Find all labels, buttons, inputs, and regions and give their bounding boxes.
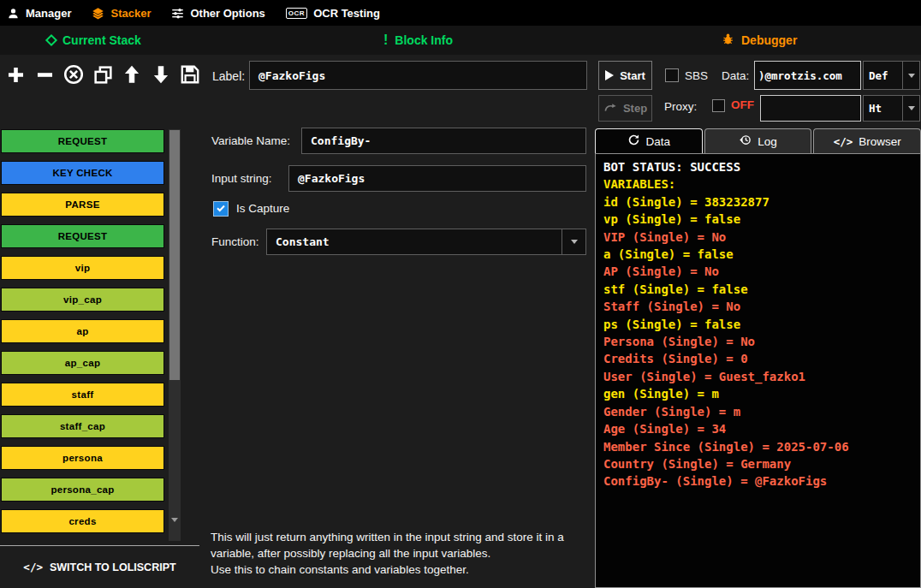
wordlist-type-value: Def xyxy=(864,62,902,89)
debugger-output-line: id (Single) = 383232877 xyxy=(603,193,912,211)
menubar-item-stacker[interactable]: Stacker xyxy=(92,7,151,20)
section-header-row: Current Stack ! Block Info Debugger xyxy=(0,26,921,55)
menubar-item-label: OCR Testing xyxy=(313,7,380,20)
data-caption: Data: xyxy=(722,69,749,82)
proxy-checkbox[interactable] xyxy=(712,99,725,112)
stack-block[interactable]: vip xyxy=(1,256,164,280)
check-icon xyxy=(216,201,226,217)
debugger-output-line: Country (Single) = Germany xyxy=(603,455,912,472)
save-config-button[interactable] xyxy=(177,59,203,90)
stack-block[interactable]: creds xyxy=(1,509,164,533)
debugger-output-line: AP (Single) = No xyxy=(603,263,912,280)
block-description: This will just return anything written i… xyxy=(211,529,597,578)
stack-toolbar xyxy=(3,59,203,90)
description-line: This will just return anything written i… xyxy=(211,529,597,561)
play-icon xyxy=(605,70,614,80)
info-icon: ! xyxy=(383,33,388,48)
code-icon: </> xyxy=(23,561,43,573)
move-down-button[interactable] xyxy=(148,59,174,90)
menubar-item-label: Other Options xyxy=(190,7,264,20)
function-dropdown[interactable]: Constant xyxy=(266,229,586,255)
sbs-checkbox[interactable] xyxy=(665,68,679,82)
app-window: Manager Stacker Other Options OCR OCR Te… xyxy=(0,0,921,588)
proxy-type-dropdown[interactable]: Ht xyxy=(863,95,920,122)
add-block-button[interactable] xyxy=(3,59,28,90)
label-input[interactable]: @FazkoFigs xyxy=(249,61,587,90)
stack-block[interactable]: persona xyxy=(1,446,164,470)
debugger-output-line: a (Single) = false xyxy=(603,246,912,263)
debugger-output: BOT STATUS: SUCCESSVARIABLES:id (Single)… xyxy=(595,153,921,588)
person-icon xyxy=(7,7,20,20)
wordlist-type-dropdown[interactable]: Def xyxy=(863,61,920,90)
menubar-item-manager[interactable]: Manager xyxy=(7,7,71,20)
remove-block-button[interactable] xyxy=(32,59,57,90)
clone-block-button[interactable] xyxy=(90,59,116,90)
tab-label: Log xyxy=(758,135,777,148)
menubar-item-other-options[interactable]: Other Options xyxy=(171,7,264,20)
bug-icon xyxy=(722,33,734,48)
step-button-label: Step xyxy=(623,102,647,115)
debugger-output-line: ConfigBy- (Single) = @FazkoFigs xyxy=(603,472,912,490)
current-stack-title: Current Stack xyxy=(62,33,141,47)
function-value: Constant xyxy=(267,229,562,254)
stack-block[interactable]: PARSE xyxy=(1,193,164,217)
variable-name-input[interactable]: ConfigBy- xyxy=(301,128,586,154)
debugger-output-line: User (Single) = Guest_fazko1 xyxy=(603,368,912,385)
sbs-label: SBS xyxy=(685,69,708,82)
stack-block[interactable]: staff_cap xyxy=(1,414,164,438)
menubar-item-ocr-testing[interactable]: OCR OCR Testing xyxy=(286,7,380,20)
stack-block[interactable]: KEY CHECK xyxy=(1,161,164,185)
debugger-output-line: Member Since (Single) = 2025-07-06 xyxy=(603,438,912,455)
stack-block[interactable]: staff xyxy=(1,383,164,407)
is-capture-label: Is Capture xyxy=(236,202,289,215)
data-input[interactable]: )@mrotzis.com xyxy=(754,61,861,90)
variable-name-caption: Variable Name: xyxy=(211,134,290,147)
step-icon xyxy=(603,101,617,116)
stack-block[interactable]: persona_cap xyxy=(1,478,164,502)
scroll-down-icon[interactable] xyxy=(171,522,178,538)
description-line: Use this to chain constants and variable… xyxy=(211,561,597,578)
clear-stack-button[interactable] xyxy=(61,59,86,90)
start-button-label: Start xyxy=(620,69,645,82)
menubar-item-label: Manager xyxy=(26,7,71,20)
tab-browser[interactable]: </> Browser xyxy=(813,128,921,153)
proxy-off-label: OFF xyxy=(731,98,754,111)
debugger-tabs: Data Log </> Browser xyxy=(595,128,921,153)
scrollbar-thumb[interactable] xyxy=(169,130,180,380)
menubar-item-label: Stacker xyxy=(110,7,151,20)
proxy-caption: Proxy: xyxy=(664,100,697,113)
step-button[interactable]: Step xyxy=(598,95,652,122)
stack-block[interactable]: ap xyxy=(1,319,164,343)
debugger-output-line: gen (Single) = m xyxy=(603,385,912,402)
stack-block[interactable]: REQUEST xyxy=(1,224,164,248)
block-info-title: Block Info xyxy=(395,33,453,47)
stack-block[interactable]: REQUEST xyxy=(1,129,164,153)
input-string-input[interactable]: @FazkoFigs xyxy=(288,165,586,192)
sliders-icon xyxy=(171,7,184,20)
switch-to-loliscript-button[interactable]: </> SWITCH TO LOLISCRIPT xyxy=(0,545,199,588)
stack-block[interactable]: vip_cap xyxy=(1,288,164,312)
chevron-down-icon[interactable] xyxy=(902,62,919,89)
debugger-output-line: VARIABLES: xyxy=(603,175,912,193)
debugger-output-line: stf (Single) = false xyxy=(603,281,912,298)
is-capture-checkbox[interactable] xyxy=(213,201,229,217)
chevron-down-icon[interactable] xyxy=(902,96,919,121)
debugger-output-line: Gender (Single) = m xyxy=(603,403,912,420)
tab-data[interactable]: Data xyxy=(595,128,703,153)
debugger-title: Debugger xyxy=(741,33,797,47)
proxy-input[interactable] xyxy=(760,95,861,122)
stack-block[interactable]: ap_cap xyxy=(1,351,164,375)
tab-log[interactable]: Log xyxy=(704,128,812,153)
start-button[interactable]: Start xyxy=(598,61,652,90)
debugger-output-line: Age (Single) = 34 xyxy=(603,420,912,437)
tab-label: Data xyxy=(646,135,671,148)
layers-icon xyxy=(92,7,104,20)
proxy-type-value: Ht xyxy=(864,96,902,121)
code-icon: </> xyxy=(834,135,853,148)
stack-scrollbar[interactable] xyxy=(169,129,181,541)
ocr-icon: OCR xyxy=(286,8,307,19)
move-up-button[interactable] xyxy=(119,59,145,90)
tab-label: Browser xyxy=(859,135,901,148)
chevron-down-icon[interactable] xyxy=(562,229,585,254)
history-icon xyxy=(739,134,752,149)
